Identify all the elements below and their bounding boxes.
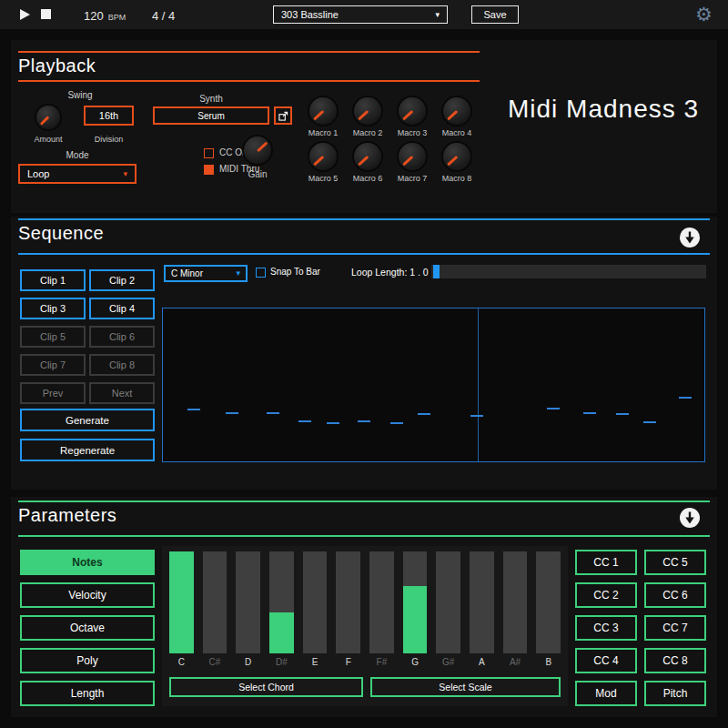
midi-note[interactable] — [327, 422, 339, 424]
clip-5-button[interactable]: Clip 5 — [20, 326, 86, 348]
note-bar-e[interactable] — [303, 551, 328, 653]
bpm-display[interactable]: 120 BPM — [84, 0, 126, 29]
midi-note[interactable] — [583, 412, 596, 414]
tab-octave[interactable]: Octave — [20, 615, 155, 641]
play-icon[interactable] — [20, 9, 30, 20]
cc-7-button[interactable]: CC 7 — [644, 615, 706, 641]
midi-note[interactable] — [616, 413, 629, 415]
macro-4-knob[interactable] — [443, 97, 470, 125]
midi-note[interactable] — [547, 408, 560, 410]
midi-note[interactable] — [418, 413, 430, 415]
note-bar-ds[interactable] — [269, 551, 294, 653]
tab-notes[interactable]: Notes — [20, 550, 155, 575]
key-select[interactable]: C Minor ▾ — [164, 265, 248, 282]
macro-8-knob[interactable] — [443, 143, 470, 170]
gain-knob[interactable] — [244, 136, 271, 164]
cc-2-button[interactable]: CC 2 — [575, 582, 637, 608]
clip-6-button[interactable]: Clip 6 — [89, 326, 155, 348]
amount-knob[interactable] — [36, 106, 60, 129]
midi-note[interactable] — [679, 397, 692, 399]
note-bar-fs[interactable] — [369, 551, 394, 653]
macro-7-knob[interactable] — [399, 143, 426, 170]
playback-section-title: Playback — [18, 56, 96, 76]
note-bar-f[interactable] — [336, 551, 360, 653]
stop-icon[interactable] — [41, 9, 51, 19]
prev-button[interactable]: Prev — [20, 382, 86, 404]
select-chord-button[interactable]: Select Chord — [169, 677, 363, 697]
cc-1-button[interactable]: CC 1 — [575, 550, 637, 575]
cc-5-button[interactable]: CC 5 — [644, 550, 706, 575]
knob-needle — [358, 156, 369, 166]
note-bar-gs[interactable] — [436, 551, 460, 653]
note-label-g: G — [403, 657, 428, 667]
note-bar-a[interactable] — [470, 551, 494, 653]
pitch-button[interactable]: Pitch — [644, 681, 706, 706]
preset-select[interactable]: 303 Bassline ▾ — [273, 5, 448, 24]
clip-7-button[interactable]: Clip 7 — [20, 354, 86, 376]
macro-6-knob[interactable] — [354, 143, 381, 170]
midi-note[interactable] — [187, 409, 200, 410]
midi-note[interactable] — [470, 415, 483, 417]
midi-thru-checkbox[interactable] — [204, 165, 214, 175]
popout-button[interactable] — [274, 106, 292, 125]
midi-note[interactable] — [390, 422, 403, 424]
save-button[interactable]: Save — [471, 5, 519, 24]
macro-2-knob[interactable] — [354, 97, 381, 125]
clip-8-button[interactable]: Clip 8 — [89, 354, 155, 376]
loop-length-slider[interactable] — [431, 265, 706, 278]
note-label-d: D — [236, 657, 260, 667]
note-bar-b[interactable] — [536, 551, 561, 653]
division-value-box[interactable]: 16th — [84, 106, 134, 126]
midi-note[interactable] — [267, 412, 279, 414]
regenerate-button[interactable]: Regenerate — [20, 439, 155, 461]
tab-length[interactable]: Length — [20, 681, 155, 706]
macro-3-knob[interactable] — [399, 97, 426, 125]
product-title: Midi Madness 3 — [508, 95, 699, 124]
bar-divider — [478, 308, 479, 461]
tab-velocity[interactable]: Velocity — [20, 582, 155, 608]
note-bar-d[interactable] — [236, 551, 260, 653]
chevron-down-icon: ▾ — [236, 269, 240, 278]
parameters-divider-top — [18, 500, 710, 502]
sequence-section-title: Sequence — [18, 223, 104, 244]
tab-poly[interactable]: Poly — [20, 648, 155, 673]
clip-3-button[interactable]: Clip 3 — [20, 298, 86, 319]
midi-note[interactable] — [358, 420, 370, 422]
macro-1-knob[interactable] — [309, 97, 337, 125]
synth-select[interactable]: Serum — [153, 106, 269, 125]
amount-label: Amount — [25, 135, 71, 144]
knob-needle — [257, 141, 268, 151]
cc-3-button[interactable]: CC 3 — [575, 615, 637, 641]
midi-note[interactable] — [298, 420, 311, 422]
gear-icon[interactable]: ⚙ — [695, 3, 713, 26]
note-bar-c[interactable] — [169, 551, 194, 653]
macro-4-label: Macro 4 — [435, 128, 479, 137]
select-scale-button[interactable]: Select Scale — [370, 677, 561, 697]
gain-label: Gain — [240, 169, 275, 179]
cc-4-button[interactable]: CC 4 — [575, 648, 637, 673]
snap-to-bar-checkbox[interactable] — [256, 268, 266, 278]
clip-4-button[interactable]: Clip 4 — [89, 298, 155, 319]
macro-1-label: Macro 1 — [301, 128, 345, 137]
note-bar-cs[interactable] — [203, 551, 228, 653]
collapse-parameters-button[interactable] — [679, 507, 701, 529]
midi-note[interactable] — [226, 412, 238, 414]
time-signature[interactable]: 4 / 4 — [152, 9, 175, 23]
clip-2-button[interactable]: Clip 2 — [89, 269, 155, 291]
collapse-sequence-button[interactable] — [679, 227, 701, 248]
clip-1-button[interactable]: Clip 1 — [20, 269, 86, 291]
piano-roll[interactable] — [162, 308, 705, 462]
note-bar-g[interactable] — [403, 551, 428, 653]
note-bar-as[interactable] — [503, 551, 528, 653]
macro-5-knob[interactable] — [309, 143, 337, 170]
macro-7-label: Macro 7 — [390, 174, 434, 183]
cc-8-button[interactable]: CC 8 — [644, 648, 706, 673]
cc-6-button[interactable]: CC 6 — [644, 582, 706, 608]
generate-button[interactable]: Generate — [20, 409, 155, 431]
next-button[interactable]: Next — [89, 382, 155, 404]
slider-handle[interactable] — [433, 265, 440, 278]
cc-only-checkbox[interactable] — [204, 148, 214, 158]
midi-note[interactable] — [643, 421, 656, 423]
mode-select[interactable]: Loop ▾ — [18, 164, 136, 184]
mod-button[interactable]: Mod — [575, 681, 637, 706]
